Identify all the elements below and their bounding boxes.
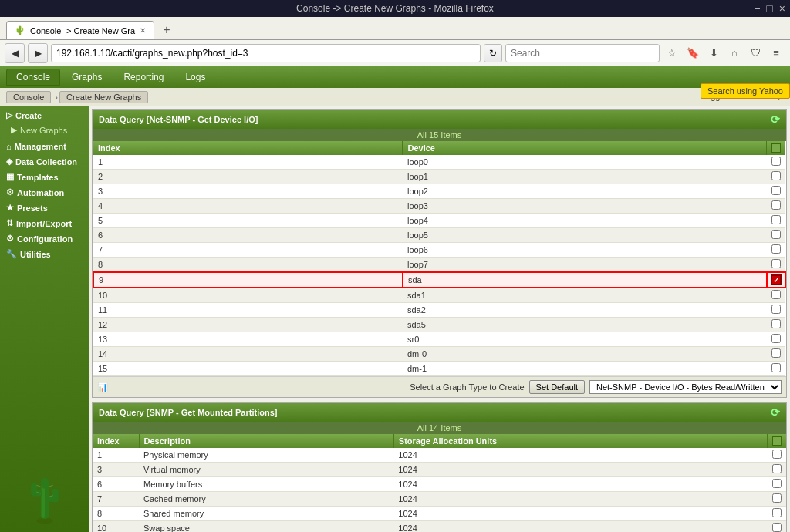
forward-button[interactable]: ▶: [28, 43, 48, 63]
table-row[interactable]: 5loop4: [93, 214, 785, 228]
home-icon[interactable]: ⌂: [725, 44, 744, 62]
window-controls[interactable]: − □ ×: [754, 2, 785, 15]
cell-checkbox[interactable]: [767, 347, 786, 362]
row-checkbox[interactable]: [771, 290, 781, 299]
table-row[interactable]: 10Swap space1024: [93, 521, 786, 533]
col-header-checkbox-all2[interactable]: [768, 434, 787, 448]
bookmark-list-icon[interactable]: 🔖: [684, 44, 702, 62]
table-row[interactable]: 3loop2: [93, 184, 785, 199]
graph-type-select[interactable]: Net-SNMP - Device I/O - Bytes Read/Writt…: [589, 380, 782, 394]
set-default-button[interactable]: Set Default: [529, 380, 585, 394]
row-checkbox[interactable]: [771, 363, 781, 372]
browser-tab-active[interactable]: 🌵 Console -> Create New Gra ✕: [6, 21, 154, 39]
table-row[interactable]: 10sda1: [93, 288, 785, 303]
nav-logs[interactable]: Logs: [175, 69, 215, 86]
cell-checkbox[interactable]: [768, 477, 787, 492]
row-checkbox[interactable]: [772, 508, 782, 517]
row-checkbox[interactable]: [771, 186, 781, 195]
table-row[interactable]: 1loop0: [93, 155, 785, 170]
table-row[interactable]: 11sda2: [93, 303, 785, 318]
row-checkbox[interactable]: [771, 200, 781, 210]
cell-checkbox[interactable]: [768, 463, 787, 477]
cell-checkbox[interactable]: [767, 199, 786, 214]
table-row[interactable]: 8Shared memory1024: [93, 507, 786, 521]
cell-checkbox[interactable]: [767, 362, 786, 376]
cell-checkbox[interactable]: [767, 228, 786, 243]
cell-checkbox[interactable]: [767, 214, 786, 228]
table-row[interactable]: 7Cached memory1024: [93, 492, 786, 507]
table-row[interactable]: 8loop7: [93, 258, 785, 273]
nav-reporting[interactable]: Reporting: [113, 69, 174, 86]
tab-close-button[interactable]: ✕: [140, 26, 146, 35]
cell-checkbox[interactable]: [767, 155, 786, 170]
table-row[interactable]: 6Memory buffers1024: [93, 477, 786, 492]
shield-icon[interactable]: 🛡: [746, 44, 765, 62]
cell-checkbox[interactable]: [768, 448, 787, 463]
cell-checkbox[interactable]: [767, 258, 786, 273]
close-button[interactable]: ×: [779, 2, 785, 15]
breadcrumb-console[interactable]: Console: [6, 91, 51, 103]
table-row[interactable]: 4loop3: [93, 199, 785, 214]
minimize-button[interactable]: −: [754, 2, 760, 15]
cell-checkbox[interactable]: [768, 492, 787, 507]
row-checkbox[interactable]: [771, 334, 781, 343]
table-row[interactable]: 12sda5: [93, 318, 785, 332]
address-input[interactable]: [51, 44, 481, 62]
download-icon[interactable]: ⬇: [704, 44, 723, 62]
select-all-checkbox-2[interactable]: [772, 436, 782, 446]
row-checkbox[interactable]: [771, 348, 781, 358]
yahoo-search-hint[interactable]: Search using Yahoo: [701, 83, 790, 99]
row-checkbox[interactable]: [771, 305, 781, 314]
row-checkbox[interactable]: [771, 244, 781, 254]
row-checkbox[interactable]: [772, 493, 782, 503]
cell-description: Physical memory: [139, 448, 393, 463]
row-checkbox[interactable]: [771, 230, 781, 239]
table-row[interactable]: 2loop1: [93, 170, 785, 184]
breadcrumb-create-new-graphs[interactable]: Create New Graphs: [59, 91, 148, 103]
nav-graphs[interactable]: Graphs: [62, 69, 112, 86]
row-checkbox[interactable]: [771, 157, 781, 166]
cell-index: 10: [93, 521, 139, 533]
cell-checkbox[interactable]: [767, 170, 786, 184]
cell-checkbox[interactable]: [767, 318, 786, 332]
row-checkbox-checked[interactable]: ✓: [771, 274, 782, 285]
row-checkbox[interactable]: [772, 450, 782, 459]
row-checkbox[interactable]: [771, 171, 781, 180]
table-row[interactable]: 15dm-1: [93, 362, 785, 376]
cell-checkbox[interactable]: ✓: [767, 272, 786, 288]
table-row[interactable]: 13sr0: [93, 332, 785, 347]
row-checkbox[interactable]: [772, 479, 782, 488]
table-row[interactable]: 6loop5: [93, 228, 785, 243]
select-all-checkbox[interactable]: [771, 143, 781, 153]
bookmark-star-icon[interactable]: ☆: [663, 44, 681, 62]
cell-checkbox[interactable]: [767, 288, 786, 303]
nav-console[interactable]: Console: [6, 69, 60, 86]
row-checkbox[interactable]: [771, 259, 781, 268]
row-checkbox[interactable]: [772, 464, 782, 473]
row-checkbox[interactable]: [771, 319, 781, 328]
row-checkbox[interactable]: [771, 215, 781, 224]
cell-checkbox[interactable]: [767, 243, 786, 258]
back-button[interactable]: ◀: [5, 43, 25, 63]
cell-checkbox[interactable]: [768, 507, 787, 521]
table-row[interactable]: 3Virtual memory1024: [93, 463, 786, 477]
cell-checkbox[interactable]: [767, 303, 786, 318]
maximize-button[interactable]: □: [766, 2, 772, 15]
table-row[interactable]: 1Physical memory1024: [93, 448, 786, 463]
new-tab-button[interactable]: +: [157, 21, 176, 39]
data-query-io-refresh-icon[interactable]: ⟳: [771, 113, 780, 126]
table-row[interactable]: 14dm-0: [93, 347, 785, 362]
table-row[interactable]: 7loop6: [93, 243, 785, 258]
col-header-checkbox-all[interactable]: [767, 141, 786, 155]
cell-checkbox[interactable]: [767, 332, 786, 347]
row-checkbox[interactable]: [772, 523, 782, 532]
reload-button[interactable]: ↻: [484, 44, 502, 62]
sidebar-item-new-graphs[interactable]: ▶ New Graphs: [0, 122, 89, 138]
data-query-partitions-refresh-icon[interactable]: ⟳: [771, 406, 780, 419]
cell-checkbox[interactable]: [768, 521, 787, 533]
cell-storage-units: 1024: [393, 521, 767, 533]
cell-checkbox[interactable]: [767, 184, 786, 199]
menu-icon[interactable]: ≡: [767, 44, 785, 62]
search-input[interactable]: [505, 44, 660, 62]
table-row[interactable]: 9sda✓: [93, 272, 785, 288]
